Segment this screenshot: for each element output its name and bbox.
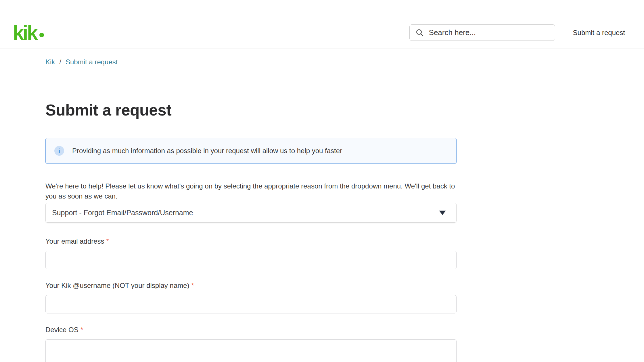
kik-logo-dot-icon	[39, 33, 44, 37]
device-os-input[interactable]	[45, 339, 457, 362]
kik-logo-text: kik	[13, 24, 37, 41]
header: kik Submit a request	[0, 0, 644, 49]
info-icon: i	[54, 146, 64, 156]
page-title: Submit a request	[45, 101, 457, 120]
required-asterisk: *	[106, 237, 109, 245]
breadcrumb-link-kik[interactable]: Kik	[45, 58, 55, 66]
device-os-label-text: Device OS	[45, 326, 78, 334]
breadcrumb: Kik / Submit a request	[0, 49, 644, 75]
intro-text: We're here to help! Please let us know w…	[45, 181, 457, 201]
info-icon-glyph: i	[58, 147, 60, 154]
email-label-text: Your email address	[45, 237, 104, 245]
main-content: Submit a request i Providing as much inf…	[45, 101, 457, 362]
field-device-os: Device OS*	[45, 326, 457, 362]
required-asterisk: *	[80, 326, 83, 334]
chevron-down-icon	[439, 211, 446, 215]
username-label-text: Your Kik @username (NOT your display nam…	[45, 282, 189, 289]
search-box[interactable]	[409, 24, 555, 41]
username-input[interactable]	[45, 295, 457, 313]
breadcrumb-link-submit-a-request[interactable]: Submit a request	[66, 58, 118, 66]
username-label: Your Kik @username (NOT your display nam…	[45, 281, 457, 290]
search-icon	[415, 28, 424, 37]
field-email: Your email address*	[45, 237, 457, 269]
search-input[interactable]	[428, 28, 549, 37]
header-right: Submit a request	[409, 24, 625, 41]
info-banner: i Providing as much information as possi…	[45, 138, 457, 164]
info-banner-text: Providing as much information as possibl…	[72, 147, 342, 155]
field-username: Your Kik @username (NOT your display nam…	[45, 281, 457, 313]
email-label: Your email address*	[45, 237, 457, 246]
reason-select-value: Support - Forgot Email/Password/Username	[52, 209, 193, 217]
required-asterisk: *	[191, 282, 194, 289]
nav-submit-request-link[interactable]: Submit a request	[573, 29, 625, 37]
reason-select[interactable]: Support - Forgot Email/Password/Username	[45, 203, 457, 223]
breadcrumb-separator: /	[59, 58, 61, 66]
device-os-label: Device OS*	[45, 326, 457, 334]
kik-logo[interactable]: kik	[13, 24, 44, 41]
email-input[interactable]	[45, 251, 457, 269]
